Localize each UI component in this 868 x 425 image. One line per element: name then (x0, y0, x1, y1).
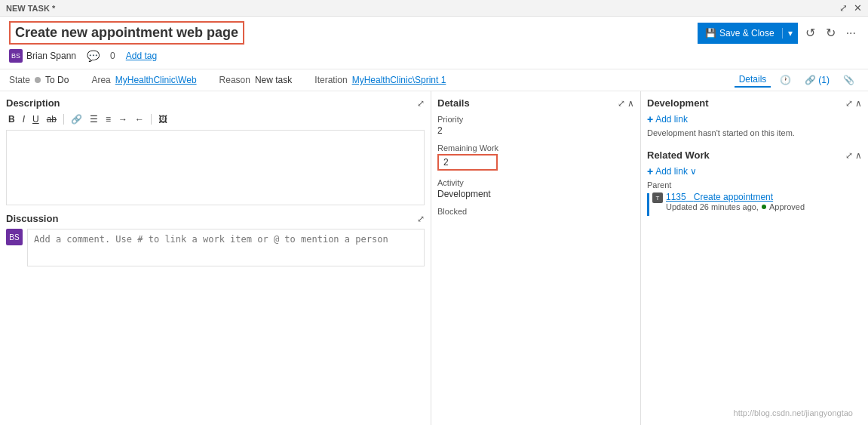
comment-icon: 💬 (87, 50, 100, 62)
more-button[interactable]: ··· (843, 25, 859, 42)
right-panel: Development ⤢ ∧ + Add link Development h… (641, 91, 868, 425)
underline-button[interactable]: U (30, 113, 41, 125)
top-bar: NEW TASK * ⤢ ✕ (0, 0, 868, 17)
parent-icon: T (652, 192, 663, 203)
activity-value[interactable]: Development (437, 189, 634, 199)
state-field: State To Do (9, 75, 69, 85)
development-status: Development hasn't started on this item. (647, 128, 862, 137)
history-icon: 🕐 (780, 75, 791, 85)
remaining-work-box[interactable]: 2 (437, 154, 498, 171)
left-panel: Description ⤢ B I U ab 🔗 ☰ ≡ → ← 🖼 Discu… (0, 91, 431, 425)
save-close-button[interactable]: 💾 Save & Close ▾ (698, 23, 798, 44)
save-close-main: 💾 Save & Close (698, 28, 783, 38)
parent-bar (647, 193, 649, 216)
ul-button[interactable]: ☰ (87, 113, 100, 125)
toolbar-separator-2 (151, 114, 152, 125)
comment-avatar: BS (6, 229, 23, 245)
priority-value[interactable]: 2 (437, 125, 634, 136)
link-button[interactable]: 🔗 (69, 113, 84, 125)
save-close-dropdown[interactable]: ▾ (783, 23, 798, 44)
area-value[interactable]: MyHealthClinic\Web (115, 75, 197, 85)
description-section-header: Description ⤢ (6, 97, 425, 109)
related-add-link-chevron[interactable]: ∨ (690, 166, 697, 177)
expand-icon[interactable]: ⤢ (839, 2, 848, 14)
details-expand-icon[interactable]: ⤢ ∧ (618, 98, 634, 109)
close-icon[interactable]: ✕ (854, 2, 862, 14)
state-label: State (9, 75, 30, 85)
state-dot (35, 77, 41, 83)
parent-link-row: 1135 Create appointment (666, 192, 862, 202)
attach-icon: 📎 (843, 75, 854, 85)
discussion-title: Discussion (6, 213, 58, 224)
related-add-link-plus-icon: + (647, 165, 653, 177)
ol-button[interactable]: ≡ (103, 113, 113, 125)
parent-updated: Updated 26 minutes ago, (666, 202, 759, 211)
add-link-plus-icon: + (647, 113, 653, 125)
assigned-user: Brian Spann (26, 51, 76, 61)
related-work-title: Related Work (647, 149, 710, 161)
reason-value[interactable]: New task (255, 75, 292, 85)
parent-status: Approved (769, 202, 805, 211)
development-expand-icon[interactable]: ⤢ ∧ (845, 98, 862, 109)
priority-label: Priority (437, 115, 634, 124)
title-row: Create new appointment web page 💾 Save &… (9, 21, 859, 45)
activity-field: Activity Development (437, 178, 634, 199)
outdent-button[interactable]: ← (133, 113, 146, 125)
attachments-tab[interactable]: 📎 (839, 73, 859, 87)
related-work-header: Related Work ⤢ ∧ (647, 149, 862, 161)
comment-count: 0 (110, 51, 115, 61)
development-section: Development ⤢ ∧ + Add link Development h… (647, 97, 862, 137)
description-toolbar: B I U ab 🔗 ☰ ≡ → ← 🖼 (6, 113, 425, 125)
development-add-link-label: Add link (655, 114, 688, 125)
save-close-label: Save & Close (719, 28, 774, 38)
parent-link[interactable]: 1135 Create appointment (666, 192, 773, 202)
watermark: http://blog.csdn.net/jiangyongtao (734, 408, 853, 417)
description-expand-icon[interactable]: ⤢ (417, 98, 425, 109)
details-panel: Details ⤢ ∧ Priority 2 Remaining Work 2 … (431, 91, 641, 425)
priority-field: Priority 2 (437, 115, 634, 136)
activity-label: Activity (437, 178, 634, 187)
iteration-value[interactable]: MyHealthClinic\Sprint 1 (352, 75, 446, 85)
history-tab[interactable]: 🕐 (775, 73, 796, 87)
links-count: (1) (818, 75, 830, 85)
details-tab[interactable]: Details (735, 72, 771, 88)
image-button[interactable]: 🖼 (156, 113, 170, 125)
redo-button[interactable]: ↻ (823, 24, 839, 42)
tab-label: NEW TASK * (6, 4, 55, 13)
comment-input[interactable] (27, 229, 425, 266)
indent-button[interactable]: → (116, 113, 130, 125)
development-add-link[interactable]: + Add link (647, 113, 862, 125)
add-tag-button[interactable]: Add tag (126, 51, 157, 61)
bold-button[interactable]: B (6, 113, 17, 125)
remaining-work-value: 2 (443, 157, 449, 168)
italic-button[interactable]: I (20, 113, 27, 125)
comment-input-area: BS (6, 229, 425, 266)
strikethrough-button[interactable]: ab (44, 113, 59, 125)
parent-meta: Updated 26 minutes ago, Approved (666, 202, 862, 211)
parent-info: 1135 Create appointment Updated 26 minut… (666, 192, 862, 211)
remaining-work-label: Remaining Work (437, 143, 634, 152)
task-title: Create new appointment web page (15, 25, 238, 40)
undo-button[interactable]: ↺ (802, 24, 818, 42)
header-actions: 💾 Save & Close ▾ ↺ ↻ ··· (698, 23, 859, 44)
assigned-to[interactable]: BS Brian Spann (9, 49, 76, 63)
discussion-section: Discussion ⤢ BS (6, 213, 425, 266)
state-value[interactable]: To Do (45, 75, 69, 85)
body-area: Description ⤢ B I U ab 🔗 ☰ ≡ → ← 🖼 Discu… (0, 91, 868, 425)
discussion-expand-icon[interactable]: ⤢ (417, 214, 425, 224)
approved-dot (762, 205, 766, 209)
avatar: BS (9, 49, 23, 63)
related-add-link[interactable]: + Add link ∨ (647, 165, 862, 177)
blocked-field: Blocked (437, 207, 634, 216)
parent-title: Create appointment (694, 192, 773, 202)
related-work-expand-icon[interactable]: ⤢ ∧ (845, 150, 862, 161)
parent-id: 1135 (666, 192, 686, 202)
related-add-link-label: Add link (655, 166, 688, 177)
description-title: Description (6, 97, 60, 109)
links-tab[interactable]: 🔗 (1) (800, 73, 834, 87)
iteration-field: Iteration MyHealthClinic\Sprint 1 (314, 75, 446, 85)
description-editor[interactable] (6, 130, 425, 205)
title-box: Create new appointment web page (9, 21, 244, 45)
discussion-header: Discussion ⤢ (6, 213, 425, 224)
field-row-actions: Details 🕐 🔗 (1) 📎 (735, 72, 859, 88)
